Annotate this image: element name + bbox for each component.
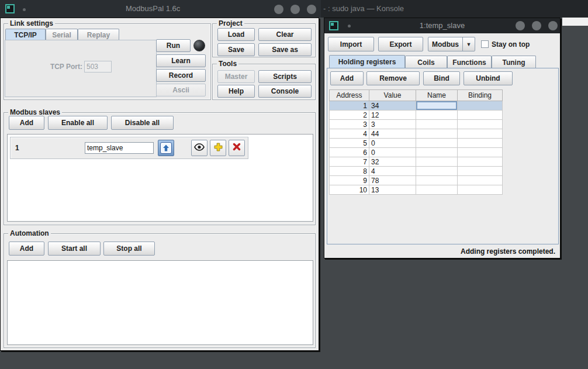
- slave-window-control-button-3[interactable]: [548, 21, 558, 30]
- register-row[interactable]: 50: [330, 139, 503, 148]
- register-cell-binding[interactable]: [458, 101, 503, 111]
- save-as-button[interactable]: Save as: [258, 43, 312, 56]
- register-cell-address[interactable]: 6: [330, 148, 369, 157]
- register-cell-name[interactable]: [416, 148, 458, 157]
- modbus-mode-dropdown[interactable]: Modbus ▼: [428, 37, 475, 51]
- register-cell-value[interactable]: 12: [369, 111, 416, 120]
- slave-add-automation-button[interactable]: [210, 140, 226, 156]
- load-button[interactable]: Load: [217, 28, 255, 41]
- tab-tcpip[interactable]: TCP/IP: [5, 29, 46, 40]
- start-all-button[interactable]: Start all: [48, 242, 101, 256]
- modbuspal-titlebar[interactable]: ModbusPal 1.6c: [0, 0, 321, 18]
- register-add-button[interactable]: Add: [330, 71, 364, 85]
- console-button[interactable]: Console: [258, 85, 312, 98]
- stay-on-top-checkbox[interactable]: [481, 40, 489, 48]
- save-button[interactable]: Save: [217, 43, 255, 56]
- tcp-port-field[interactable]: [84, 61, 112, 73]
- register-cell-name[interactable]: [416, 139, 458, 148]
- col-header-address[interactable]: Address: [330, 90, 369, 101]
- slave-list-item[interactable]: 1: [10, 137, 248, 159]
- register-cell-name[interactable]: [416, 157, 458, 167]
- slave-view-button[interactable]: [191, 140, 207, 156]
- col-header-value[interactable]: Value: [369, 90, 416, 101]
- tab-functions[interactable]: Functions: [447, 56, 492, 68]
- disable-all-button[interactable]: Disable all: [111, 116, 174, 130]
- register-cell-binding[interactable]: [458, 139, 503, 148]
- register-bind-button[interactable]: Bind: [423, 71, 460, 85]
- modbuspal-app-icon[interactable]: [5, 4, 15, 13]
- register-cell-binding[interactable]: [458, 176, 503, 185]
- import-button[interactable]: Import: [328, 37, 374, 51]
- register-cell-binding[interactable]: [458, 111, 503, 120]
- help-button[interactable]: Help: [217, 85, 255, 98]
- slave-window-control-button-1[interactable]: [516, 21, 525, 30]
- stop-all-button[interactable]: Stop all: [103, 242, 155, 256]
- export-button[interactable]: Export: [378, 37, 423, 51]
- tab-holding-registers[interactable]: Holding registers: [329, 55, 405, 68]
- register-remove-button[interactable]: Remove: [366, 71, 420, 85]
- slave-window-titlebar[interactable]: 1:temp_slave: [324, 18, 560, 33]
- register-cell-binding[interactable]: [458, 120, 503, 129]
- clear-button[interactable]: Clear: [258, 28, 312, 41]
- learn-button[interactable]: Learn: [156, 54, 206, 67]
- register-cell-binding[interactable]: [458, 148, 503, 157]
- register-row[interactable]: 212: [330, 111, 503, 120]
- register-cell-address[interactable]: 2: [330, 111, 369, 120]
- register-row[interactable]: 33: [330, 120, 503, 129]
- register-cell-binding[interactable]: [458, 157, 503, 167]
- tab-serial[interactable]: Serial: [46, 29, 78, 40]
- register-cell-value[interactable]: 4: [369, 167, 416, 176]
- register-cell-value[interactable]: 0: [369, 139, 416, 148]
- slave-name-field[interactable]: [85, 142, 154, 154]
- register-cell-binding[interactable]: [458, 185, 503, 195]
- register-cell-address[interactable]: 4: [330, 129, 369, 139]
- register-cell-address[interactable]: 8: [330, 167, 369, 176]
- tab-coils[interactable]: Coils: [405, 56, 447, 68]
- register-cell-name[interactable]: [416, 120, 458, 129]
- register-cell-name[interactable]: [416, 167, 458, 176]
- register-row[interactable]: 134: [330, 101, 503, 111]
- register-cell-address[interactable]: 10: [330, 185, 369, 195]
- register-cell-address[interactable]: 7: [330, 157, 369, 167]
- register-cell-address[interactable]: 1: [330, 101, 369, 111]
- slave-window-app-icon[interactable]: [329, 21, 338, 30]
- automation-add-button[interactable]: Add: [9, 242, 44, 256]
- register-cell-binding[interactable]: [458, 167, 503, 176]
- register-cell-value[interactable]: 44: [369, 129, 416, 139]
- slave-enable-toggle-button[interactable]: [158, 140, 174, 156]
- register-cell-name[interactable]: [416, 176, 458, 185]
- register-cell-name[interactable]: [416, 101, 458, 111]
- window-control-button-1[interactable]: [274, 5, 283, 14]
- register-cell-value[interactable]: 78: [369, 176, 416, 185]
- register-cell-value[interactable]: 34: [369, 101, 416, 111]
- register-unbind-button[interactable]: Unbind: [464, 71, 513, 85]
- stay-on-top-label[interactable]: Stay on top: [492, 37, 530, 51]
- slaves-add-button[interactable]: Add: [9, 116, 44, 130]
- automation-list[interactable]: [7, 260, 313, 345]
- scripts-button[interactable]: Scripts: [258, 70, 312, 83]
- register-cell-name[interactable]: [416, 111, 458, 120]
- window-control-button-2[interactable]: [290, 5, 300, 14]
- tab-replay[interactable]: Replay: [78, 29, 119, 40]
- slaves-list[interactable]: 1: [7, 134, 313, 222]
- register-cell-value[interactable]: 3: [369, 120, 416, 129]
- slave-window-control-button-2[interactable]: [532, 21, 541, 30]
- enable-all-button[interactable]: Enable all: [48, 116, 108, 130]
- register-cell-value[interactable]: 13: [369, 185, 416, 195]
- register-row[interactable]: 84: [330, 167, 503, 176]
- chevron-down-icon[interactable]: ▼: [462, 37, 475, 51]
- register-row[interactable]: 1013: [330, 185, 503, 195]
- run-button[interactable]: Run: [156, 39, 191, 52]
- register-cell-binding[interactable]: [458, 129, 503, 139]
- registers-table[interactable]: Address Value Name Binding 1342123344450…: [329, 89, 503, 195]
- register-cell-address[interactable]: 3: [330, 120, 369, 129]
- record-button[interactable]: Record: [156, 69, 206, 82]
- col-header-binding[interactable]: Binding: [458, 90, 503, 101]
- register-cell-name[interactable]: [416, 129, 458, 139]
- register-cell-name[interactable]: [416, 185, 458, 195]
- register-cell-address[interactable]: 5: [330, 139, 369, 148]
- register-row[interactable]: 60: [330, 148, 503, 157]
- slave-delete-button[interactable]: [229, 140, 245, 156]
- col-header-name[interactable]: Name: [416, 90, 458, 101]
- register-cell-address[interactable]: 9: [330, 176, 369, 185]
